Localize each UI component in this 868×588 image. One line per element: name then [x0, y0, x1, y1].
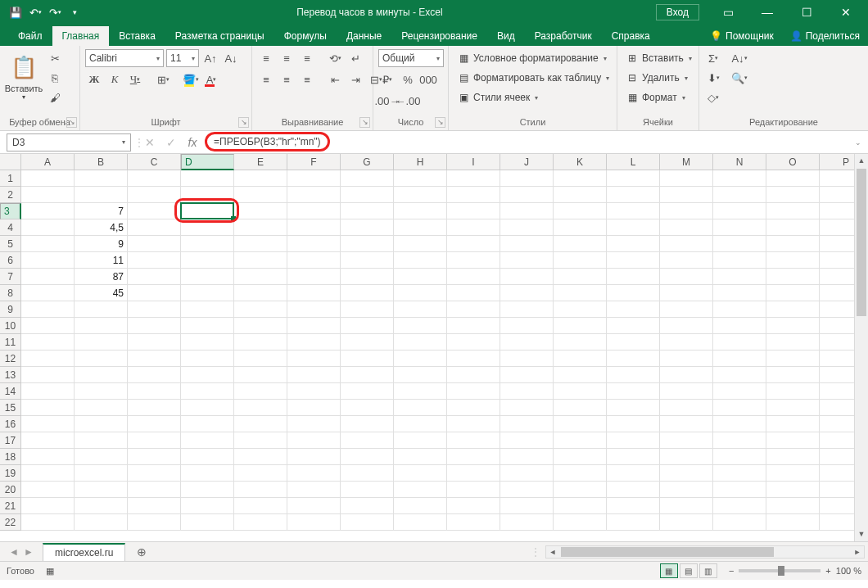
find-select-icon[interactable]: 🔍▾ [730, 69, 748, 87]
tab-developer[interactable]: Разработчик [525, 26, 602, 46]
fill-handle[interactable] [231, 216, 236, 221]
bold-button[interactable]: Ж [85, 70, 103, 88]
row-header[interactable]: 22 [0, 514, 21, 531]
cell[interactable] [234, 219, 287, 236]
cell[interactable] [234, 351, 287, 367]
cell[interactable] [75, 432, 128, 449]
row-header[interactable]: 13 [0, 367, 21, 383]
cell[interactable] [287, 318, 341, 334]
cell[interactable] [554, 236, 607, 252]
tab-file[interactable]: Файл [8, 26, 52, 46]
cell[interactable] [21, 400, 75, 416]
cell[interactable] [394, 334, 447, 351]
row-header[interactable]: 9 [0, 301, 21, 318]
cell[interactable] [607, 170, 660, 187]
cell[interactable] [181, 187, 234, 203]
comma-format-icon[interactable]: 000 [419, 70, 437, 88]
row-header[interactable]: 19 [0, 465, 21, 482]
clear-icon[interactable]: ◇▾ [704, 88, 722, 106]
cell[interactable] [128, 351, 181, 367]
cell[interactable] [394, 416, 447, 432]
save-icon[interactable]: 💾 [7, 3, 25, 21]
cell[interactable] [713, 416, 766, 432]
cell[interactable] [660, 318, 713, 334]
cell[interactable] [394, 449, 447, 465]
cell[interactable] [394, 269, 447, 285]
cell[interactable] [447, 465, 500, 482]
hscroll-thumb[interactable] [561, 547, 774, 557]
cell[interactable] [75, 367, 128, 383]
column-header[interactable]: N [713, 154, 766, 170]
delete-cells-button[interactable]: ⊟Удалить▾ [622, 69, 695, 87]
cell[interactable] [713, 432, 766, 449]
cell[interactable] [181, 367, 234, 383]
cell[interactable] [660, 252, 713, 269]
cell[interactable] [128, 383, 181, 400]
cell[interactable] [554, 465, 607, 482]
cell[interactable] [607, 514, 660, 531]
cell[interactable] [766, 482, 820, 498]
cell[interactable] [341, 252, 394, 269]
cell[interactable] [287, 285, 341, 301]
autosum-icon[interactable]: Σ▾ [704, 49, 722, 67]
conditional-formatting-button[interactable]: ▦Условное форматирование▾ [454, 49, 613, 67]
cell[interactable] [128, 400, 181, 416]
cell[interactable] [234, 285, 287, 301]
cell[interactable] [75, 170, 128, 187]
cell[interactable] [554, 416, 607, 432]
cell[interactable] [287, 400, 341, 416]
font-dialog-icon[interactable]: ↘ [238, 117, 249, 128]
cell[interactable] [660, 482, 713, 498]
cell-styles-button[interactable]: ▣Стили ячеек▾ [454, 88, 613, 106]
cell[interactable] [500, 334, 554, 351]
row-header[interactable]: 3 [0, 203, 21, 219]
cell[interactable] [554, 219, 607, 236]
cell[interactable] [713, 219, 766, 236]
cell[interactable] [287, 252, 341, 269]
cell[interactable] [128, 318, 181, 334]
select-all-corner[interactable] [0, 154, 21, 170]
cell[interactable] [766, 432, 820, 449]
spreadsheet-grid[interactable]: ABCDEFGHIJKLMNOP 12345678910111213141516… [0, 154, 868, 541]
cell[interactable] [234, 482, 287, 498]
add-sheet-button[interactable]: ⊕ [132, 545, 151, 559]
decrease-font-icon[interactable]: A↓ [222, 49, 240, 67]
cell[interactable] [447, 400, 500, 416]
cell[interactable] [500, 482, 554, 498]
cell[interactable] [713, 318, 766, 334]
number-dialog-icon[interactable]: ↘ [435, 117, 445, 128]
cell[interactable] [128, 514, 181, 531]
font-name-select[interactable]: Calibri▾ [85, 49, 164, 67]
row-header[interactable]: 10 [0, 318, 21, 334]
format-cells-button[interactable]: ▦Формат▾ [622, 88, 695, 106]
cell[interactable] [394, 170, 447, 187]
font-color-button[interactable]: A▾ [202, 70, 220, 88]
cell[interactable] [341, 465, 394, 482]
cell[interactable] [21, 170, 75, 187]
cell[interactable] [21, 383, 75, 400]
close-button[interactable]: ✕ [827, 0, 865, 25]
row-header[interactable]: 8 [0, 285, 21, 301]
align-right-icon[interactable]: ≡ [298, 70, 316, 88]
cell[interactable] [660, 269, 713, 285]
align-center-icon[interactable]: ≡ [278, 70, 296, 88]
zoom-slider[interactable] [739, 569, 821, 572]
zoom-out-button[interactable]: − [729, 566, 734, 576]
cell[interactable] [394, 318, 447, 334]
cell[interactable]: 45 [75, 285, 128, 301]
cell[interactable] [554, 351, 607, 367]
column-header[interactable]: C [128, 154, 181, 170]
tab-review[interactable]: Рецензирование [391, 26, 487, 46]
cell[interactable] [234, 318, 287, 334]
align-top-icon[interactable]: ≡ [257, 49, 275, 67]
column-header[interactable]: G [341, 154, 394, 170]
cell[interactable] [713, 449, 766, 465]
paste-button[interactable]: 📋 Вставить ▾ [5, 49, 43, 102]
zoom-in-button[interactable]: + [825, 566, 830, 576]
cell[interactable] [447, 482, 500, 498]
horizontal-scrollbar[interactable]: ◄ ► [545, 545, 865, 559]
cell[interactable] [181, 285, 234, 301]
cell[interactable] [500, 416, 554, 432]
cell[interactable] [128, 432, 181, 449]
cell[interactable] [181, 514, 234, 531]
